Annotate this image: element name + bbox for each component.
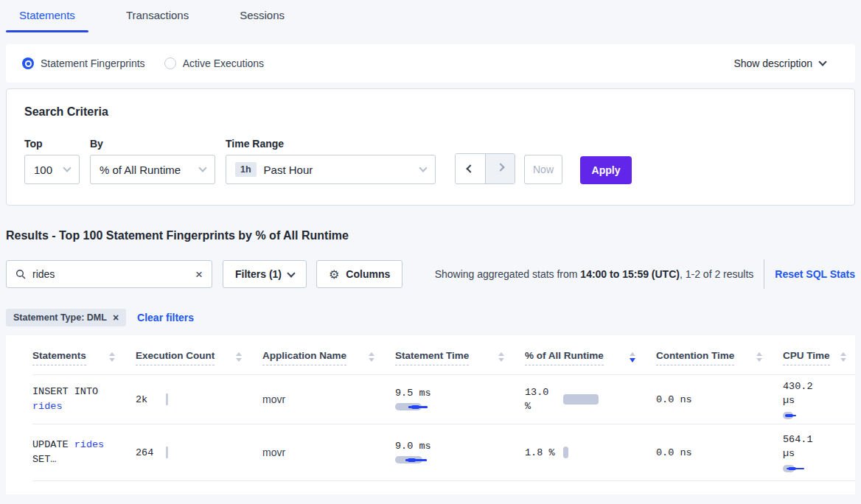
statement-text: UPDATE — [32, 439, 74, 450]
header-execution-count[interactable]: Execution Count — [136, 350, 262, 374]
chevron-right-icon — [496, 163, 504, 171]
sort-icon[interactable] — [498, 350, 504, 362]
statement-time-cell: 9.0 ms — [395, 441, 525, 464]
statement-cell[interactable]: UPDATE rides SET… — [32, 438, 118, 467]
sort-icon[interactable] — [109, 350, 115, 362]
cpu-time-value: 430.2 µs — [783, 379, 821, 407]
chevron-down-icon — [419, 164, 427, 172]
time-range-badge: 1h — [235, 162, 257, 177]
runtime-pct-bar — [563, 447, 568, 458]
by-label: By — [90, 138, 215, 150]
chevron-left-icon — [466, 164, 474, 172]
header-label[interactable]: Contention Time — [656, 350, 734, 365]
clear-filters-link[interactable]: Clear filters — [137, 312, 194, 323]
sort-icon[interactable] — [756, 350, 762, 362]
sort-icon[interactable] — [236, 350, 242, 362]
radio-statement-fingerprints[interactable]: Statement Fingerprints — [22, 57, 145, 69]
table-header-row: Statements Execution Count Application N… — [32, 335, 855, 375]
applied-filters-row: Statement Type: DML × Clear filters — [6, 309, 855, 326]
cpu-time-cell: 564.1 µs — [783, 433, 855, 473]
statement-search-box[interactable]: × — [6, 260, 212, 288]
top-select-value: 100 — [34, 164, 52, 176]
view-toggle-strip: Statement Fingerprints Active Executions… — [6, 44, 855, 83]
application-name-cell: movr — [262, 447, 395, 458]
statement-time-value: 9.5 ms — [395, 388, 431, 399]
tab-statements[interactable]: Statements — [6, 0, 88, 32]
table-row: INSERT INTO rides 2k movr 9.5 ms 13.0 % … — [32, 375, 855, 424]
chevron-down-icon — [63, 164, 71, 172]
filter-chip-statement-type[interactable]: Statement Type: DML × — [6, 309, 126, 326]
tab-transactions[interactable]: Transactions — [113, 0, 202, 32]
vertical-divider — [764, 259, 764, 289]
header-label[interactable]: Statement Time — [395, 350, 469, 365]
tab-bar: Statements Transactions Sessions — [0, 0, 861, 32]
filters-button[interactable]: Filters (1) — [223, 260, 307, 288]
search-criteria-panel: Search Criteria Top 100 By % of All Runt… — [6, 88, 855, 206]
chevron-down-icon — [198, 164, 206, 172]
header-runtime-pct[interactable]: % of All Runtime — [525, 350, 656, 374]
header-label[interactable]: Statements — [32, 350, 86, 365]
columns-label: Columns — [346, 268, 390, 280]
top-select[interactable]: 100 — [24, 155, 80, 184]
header-cpu-time[interactable]: CPU Time — [783, 350, 855, 374]
top-label: Top — [24, 138, 80, 150]
execution-count-cell: 264 — [136, 447, 262, 458]
radio-label: Active Executions — [183, 57, 265, 69]
results-heading: Results - Top 100 Statement Fingerprints… — [6, 229, 855, 242]
results-toolbar: × Filters (1) ⚙ Columns Showing aggregat… — [6, 259, 855, 289]
by-select[interactable]: % of All Runtime — [90, 155, 215, 184]
header-contention-time[interactable]: Contention Time — [656, 350, 783, 374]
statement-table-link[interactable]: rides — [74, 439, 105, 450]
statement-time-cell: 9.5 ms — [395, 388, 525, 411]
runtime-pct-value: 1.8 % — [525, 446, 556, 460]
search-criteria-title: Search Criteria — [24, 105, 837, 119]
gear-icon: ⚙ — [329, 267, 339, 281]
cpu-time-cell: 430.2 µs — [783, 379, 855, 420]
chevron-down-icon — [818, 57, 826, 66]
by-control: By % of All Runtime — [90, 138, 215, 184]
statement-text: SET… — [32, 454, 56, 465]
header-application-name[interactable]: Application Name — [262, 350, 395, 374]
search-input[interactable] — [32, 268, 195, 280]
sort-icon[interactable] — [369, 350, 374, 362]
show-description-label: Show description — [733, 57, 812, 69]
contention-time-cell: 0.0 ns — [656, 447, 783, 458]
remove-filter-icon[interactable]: × — [113, 312, 119, 323]
statement-time-bar — [395, 455, 448, 464]
header-label[interactable]: CPU Time — [783, 350, 830, 365]
statement-text: INSERT INTO — [32, 386, 98, 397]
radio-active-executions[interactable]: Active Executions — [164, 57, 265, 69]
time-range-select[interactable]: 1h Past Hour — [226, 155, 436, 184]
apply-button[interactable]: Apply — [580, 156, 632, 184]
header-statements[interactable]: Statements — [32, 350, 136, 374]
count-bar — [166, 447, 168, 458]
tab-sessions[interactable]: Sessions — [226, 0, 298, 32]
sort-icon-descending-active[interactable] — [630, 350, 635, 363]
time-range-value: Past Hour — [264, 164, 313, 176]
sort-icon[interactable] — [840, 350, 846, 362]
stats-suffix: , 1-2 of 2 results — [680, 268, 753, 280]
header-label[interactable]: Application Name — [262, 350, 346, 365]
header-label[interactable]: Execution Count — [136, 350, 215, 365]
previous-time-range-button[interactable] — [456, 154, 485, 183]
time-shift-buttons — [455, 153, 515, 184]
clear-search-icon[interactable]: × — [195, 268, 203, 281]
next-time-range-button[interactable] — [485, 154, 515, 183]
contention-time-cell: 0.0 ns — [656, 394, 783, 405]
statement-table-link[interactable]: rides — [32, 401, 63, 412]
now-button[interactable]: Now — [524, 155, 562, 184]
search-criteria-controls: Top 100 By % of All Runtime Time Range 1… — [24, 138, 837, 184]
aggregated-stats-text: Showing aggregated stats from 14:00 to 1… — [435, 268, 754, 280]
show-description-toggle[interactable]: Show description — [733, 57, 826, 69]
header-label[interactable]: % of All Runtime — [525, 350, 604, 365]
filter-chip-label: Statement Type: DML — [13, 312, 107, 323]
chevron-down-icon — [287, 269, 295, 277]
reset-sql-stats-link[interactable]: Reset SQL Stats — [775, 268, 855, 280]
statement-cell[interactable]: INSERT INTO rides — [32, 385, 118, 414]
radio-unselected-icon — [164, 57, 176, 69]
execution-count-value: 2k — [136, 394, 147, 405]
columns-button[interactable]: ⚙ Columns — [316, 260, 402, 288]
table-row: UPDATE rides SET… 264 movr 9.0 ms 1.8 % … — [32, 424, 855, 481]
header-statement-time[interactable]: Statement Time — [395, 350, 525, 374]
execution-count-value: 264 — [136, 447, 153, 458]
